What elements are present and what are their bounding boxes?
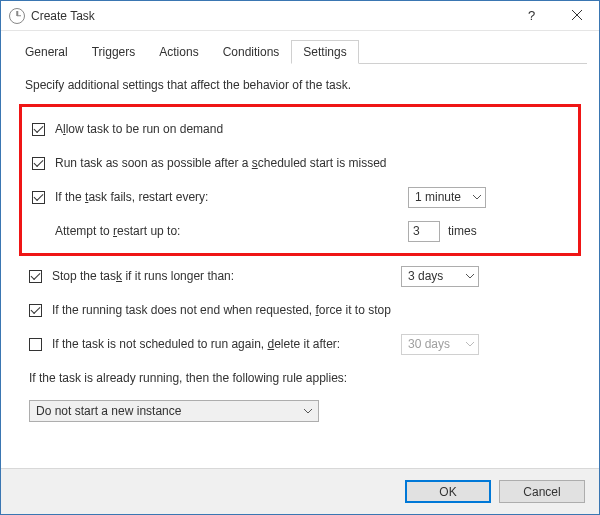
select-rule-value: Do not start a new instance (36, 404, 181, 418)
label-attempt-restart: Attempt to restart up to: (55, 224, 180, 238)
select-stop-duration[interactable]: 3 days (401, 266, 479, 287)
row-rule-label: If the task is already running, then the… (25, 366, 575, 390)
row-attempt-restart: Attempt to restart up to: times (32, 219, 568, 243)
label-run-asap: Run task as soon as possible after a sch… (55, 156, 387, 170)
settings-panel: Specify additional settings that affect … (13, 64, 587, 430)
checkbox-allow-on-demand[interactable] (32, 123, 45, 136)
titlebar-buttons: ? (509, 1, 599, 30)
tab-strip: General Triggers Actions Conditions Sett… (13, 39, 587, 64)
row-allow-on-demand: Allow task to be run on demand (32, 117, 568, 141)
content-area: General Triggers Actions Conditions Sett… (1, 31, 599, 430)
label-force-stop: If the running task does not end when re… (52, 303, 391, 317)
row-run-asap: Run task as soon as possible after a sch… (32, 151, 568, 175)
settings-description: Specify additional settings that affect … (25, 78, 575, 92)
highlight-box: Allow task to be run on demand Run task … (19, 104, 581, 256)
select-rule[interactable]: Do not start a new instance (29, 400, 319, 422)
tab-conditions[interactable]: Conditions (211, 40, 292, 64)
create-task-window: Create Task ? General Triggers Actions C… (0, 0, 600, 515)
cancel-button[interactable]: Cancel (499, 480, 585, 503)
help-icon: ? (528, 8, 535, 23)
select-restart-interval-value: 1 minute (415, 190, 461, 204)
tab-general[interactable]: General (13, 40, 80, 64)
tab-triggers[interactable]: Triggers (80, 40, 148, 64)
select-restart-interval[interactable]: 1 minute (408, 187, 486, 208)
row-delete-after: If the task is not scheduled to run agai… (25, 332, 575, 356)
titlebar: Create Task ? (1, 1, 599, 31)
checkbox-force-stop[interactable] (29, 304, 42, 317)
window-title: Create Task (31, 9, 95, 23)
chevron-down-icon (466, 274, 474, 279)
label-stop-if-longer: Stop the task if it runs longer than: (52, 269, 234, 283)
close-button[interactable] (554, 1, 599, 30)
close-icon (572, 8, 582, 23)
tab-actions[interactable]: Actions (147, 40, 210, 64)
checkbox-stop-if-longer[interactable] (29, 270, 42, 283)
row-force-stop: If the running task does not end when re… (25, 298, 575, 322)
select-delete-after-value: 30 days (408, 337, 450, 351)
checkbox-run-asap[interactable] (32, 157, 45, 170)
dialog-footer: OK Cancel (1, 468, 599, 514)
chevron-down-icon (473, 195, 481, 200)
tab-settings[interactable]: Settings (291, 40, 358, 64)
label-restart-every: If the task fails, restart every: (55, 190, 208, 204)
label-allow-on-demand: Allow task to be run on demand (55, 122, 223, 136)
checkbox-delete-after[interactable] (29, 338, 42, 351)
checkbox-restart-every[interactable] (32, 191, 45, 204)
ok-button[interactable]: OK (405, 480, 491, 503)
label-delete-after: If the task is not scheduled to run agai… (52, 337, 340, 351)
help-button[interactable]: ? (509, 1, 554, 30)
label-times: times (448, 224, 477, 238)
chevron-down-icon (466, 342, 474, 347)
row-restart-every: If the task fails, restart every: 1 minu… (32, 185, 568, 209)
chevron-down-icon (304, 409, 312, 414)
label-rule: If the task is already running, then the… (29, 371, 347, 385)
select-stop-duration-value: 3 days (408, 269, 443, 283)
select-delete-after: 30 days (401, 334, 479, 355)
clock-icon (9, 8, 25, 24)
input-attempt-count[interactable] (408, 221, 440, 242)
row-stop-if-longer: Stop the task if it runs longer than: 3 … (25, 264, 575, 288)
